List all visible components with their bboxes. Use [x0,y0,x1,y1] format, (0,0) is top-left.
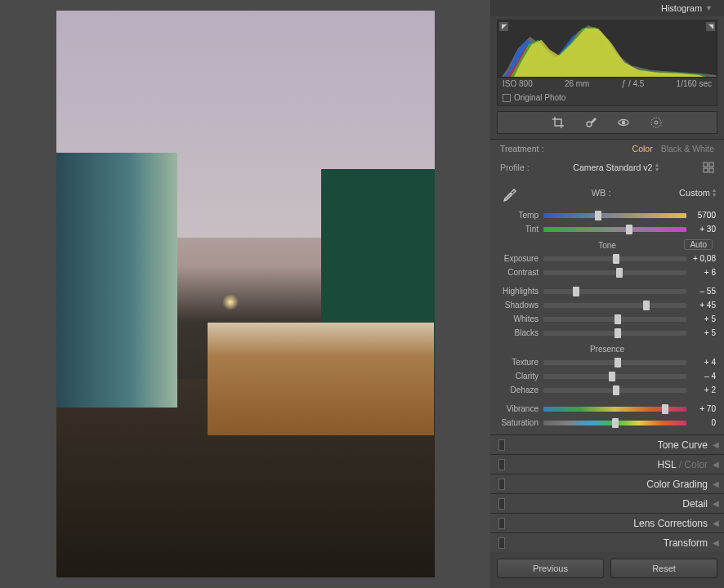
saturation-slider[interactable]: Saturation 0 [490,416,724,430]
treatment-bw[interactable]: Black & White [661,144,714,154]
highlights-slider[interactable]: Highlights – 55 [490,284,724,298]
updown-icon: ▴▾ [713,188,716,198]
svg-point-3 [651,118,661,127]
original-photo-checkbox[interactable] [503,94,511,102]
auto-button[interactable]: Auto [684,239,713,250]
exposure-slider[interactable]: Exposure + 0,08 [490,252,724,265]
meta-shutter: 1/160 sec [677,79,712,88]
dehaze-slider[interactable]: Dehaze + 2 [490,383,724,397]
histogram-graph[interactable]: ◤ ◥ [498,20,717,78]
blacks-slider[interactable]: Blacks + 5 [490,326,724,340]
wb-select[interactable]: Custom ▴▾ [679,188,716,198]
profile-row: Profile : Camera Standard v2 ▴▾ [490,158,724,177]
wb-label: WB : [523,188,679,198]
treatment-row: Treatment : Color Black & White [490,140,724,158]
expand-icon: ◀ [713,460,719,469]
collapse-icon: ▼ [705,4,713,12]
wb-eyedropper-icon[interactable] [498,180,523,205]
whites-slider[interactable]: Whites + 5 [490,312,724,326]
presence-section-label: Presence [490,340,724,355]
panel-switch[interactable] [498,439,505,451]
masking-tool-icon[interactable] [649,115,664,130]
updown-icon: ▴▾ [655,163,659,172]
profile-select[interactable]: Camera Standard v2 ▴▾ [573,163,659,172]
panel-tone-curve[interactable]: Tone Curve ◀ [490,434,724,454]
histogram-metadata: ISO 800 26 mm ƒ / 4.5 1/160 sec [498,78,717,90]
meta-aperture: ƒ / 4.5 [622,79,645,88]
svg-rect-6 [709,163,713,167]
wb-row: WB : Custom ▴▾ [490,177,724,208]
panel-switch[interactable] [498,459,505,470]
treatment-label: Treatment : [500,144,543,154]
reset-button[interactable]: Reset [610,559,717,578]
redeye-tool-icon[interactable] [616,115,631,130]
expand-icon: ◀ [713,479,719,488]
shadow-clip-indicator[interactable]: ◤ [499,22,508,31]
previous-button[interactable]: Previous [497,559,604,578]
panel-lens-corrections[interactable]: Lens Corrections ◀ [490,513,724,532]
contrast-slider[interactable]: Contrast + 6 [490,265,724,279]
panel-switch[interactable] [498,498,505,510]
expand-icon: ◀ [713,499,719,508]
shadows-slider[interactable]: Shadows + 45 [490,298,724,312]
svg-point-2 [622,122,624,124]
profile-label: Profile : [500,163,530,172]
histogram-header[interactable]: Histogram ▼ [490,0,724,16]
clarity-slider[interactable]: Clarity – 4 [490,369,724,383]
meta-iso: ISO 800 [503,79,533,88]
bottom-buttons: Previous Reset [490,552,724,588]
photo-preview[interactable] [56,11,435,577]
panel-switch[interactable] [498,537,505,549]
original-photo-row[interactable]: Original Photo [498,90,717,105]
texture-slider[interactable]: Texture + 4 [490,355,724,369]
vibrance-slider[interactable]: Vibrance + 70 [490,402,724,416]
svg-point-4 [655,121,658,124]
panel-transform[interactable]: Transform ◀ [490,532,724,552]
profile-browser-icon[interactable] [703,162,714,173]
svg-rect-8 [709,168,713,172]
panel-switch[interactable] [498,518,505,529]
develop-panel: Histogram ▼ ◤ ◥ ISO 800 26 mm ƒ / 4.5 1/… [490,0,724,588]
original-photo-label: Original Photo [514,93,565,102]
histogram-box: ◤ ◥ ISO 800 26 mm ƒ / 4.5 1/160 sec Orig… [497,20,717,106]
expand-icon: ◀ [713,440,719,449]
expand-icon: ◀ [713,538,719,547]
treatment-color[interactable]: Color [632,144,653,154]
panel-switch[interactable] [498,479,505,490]
tone-section-label: Tone Auto [490,236,724,252]
crop-tool-icon[interactable] [551,115,565,130]
preview-area [0,0,490,588]
svg-rect-7 [704,168,708,172]
panel-detail[interactable]: Detail ◀ [490,493,724,513]
expand-icon: ◀ [713,519,719,528]
spot-removal-icon[interactable] [583,115,598,130]
panel-color-grading[interactable]: Color Grading ◀ [490,474,724,493]
highlight-clip-indicator[interactable]: ◥ [706,22,715,31]
panel-hsl[interactable]: HSL / Color ◀ [490,454,724,474]
tool-strip [497,111,717,134]
meta-focal: 26 mm [565,79,590,88]
svg-rect-5 [704,163,708,167]
histogram-title: Histogram [661,3,702,13]
tint-slider[interactable]: Tint + 30 [490,222,724,236]
temp-slider[interactable]: Temp 5700 [490,208,724,222]
